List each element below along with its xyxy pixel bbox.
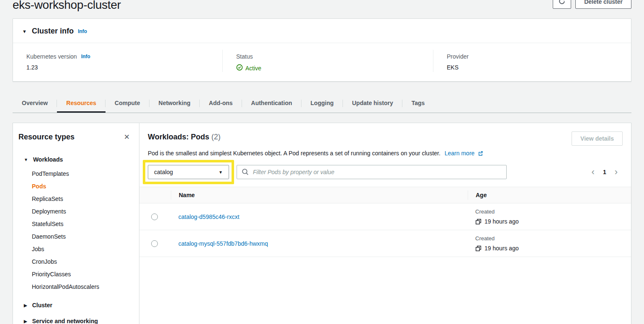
table-row: catalog-mysql-557fdb7bd6-hwxmq Created 1…	[139, 230, 631, 257]
age-created-label: Created	[475, 208, 631, 215]
chevron-down-icon: ▼	[219, 170, 223, 175]
sidebar-group-cluster[interactable]: ▶ Cluster	[13, 299, 139, 311]
page-title: eks-workshop-cluster	[13, 0, 631, 12]
tab-authentication[interactable]: Authentication	[242, 94, 301, 113]
external-link-icon	[478, 151, 483, 157]
tab-logging[interactable]: Logging	[301, 94, 343, 113]
delete-cluster-button[interactable]: Delete cluster	[575, 0, 631, 9]
row-radio[interactable]	[151, 240, 158, 247]
age-value: 19 hours ago	[484, 218, 519, 225]
tab-add-ons[interactable]: Add-ons	[200, 94, 242, 113]
tab-tags[interactable]: Tags	[402, 94, 434, 113]
page-header: eks-workshop-cluster Delete cluster	[0, 0, 644, 18]
caret-right-icon: ▶	[24, 303, 27, 308]
resource-types-tree: ▼ Workloads PodTemplates Pods ReplicaSet…	[13, 153, 139, 324]
copy-icon[interactable]	[475, 219, 482, 225]
column-header-age[interactable]: Age	[468, 190, 631, 200]
annotation-highlight-box: catalog ▼	[143, 160, 234, 184]
pagination: ‹ 1 ›	[592, 168, 623, 176]
sidebar-item-daemonsets[interactable]: DaemonSets	[13, 230, 139, 243]
status-label: Status	[236, 53, 433, 60]
resource-types-sidebar: Resource types ✕ ▼ Workloads PodTemplate…	[13, 123, 139, 324]
pods-table: Name Age catalog-d5985c46-rxcxt Created …	[139, 187, 631, 257]
pod-filter-dropdown-value: catalog	[154, 169, 173, 175]
tab-resources[interactable]: Resources	[57, 94, 106, 113]
sidebar-item-replicasets[interactable]: ReplicaSets	[13, 193, 139, 205]
sidebar-item-priorityclasses[interactable]: PriorityClasses	[13, 268, 139, 280]
cluster-tabs: Overview Resources Compute Networking Ad…	[13, 94, 631, 113]
pod-filter-dropdown[interactable]: catalog ▼	[148, 165, 229, 179]
search-icon	[242, 168, 249, 177]
provider-value: EKS	[447, 64, 631, 71]
kubernetes-version-field: Kubernetes version Info 1.23	[13, 50, 222, 72]
kubernetes-version-info-link[interactable]: Info	[81, 54, 90, 59]
refresh-button[interactable]	[553, 0, 571, 9]
learn-more-link[interactable]: Learn more	[445, 150, 483, 157]
caret-right-icon: ▶	[24, 319, 27, 324]
column-header-name[interactable]: Name	[171, 190, 468, 200]
resources-content-card: Resource types ✕ ▼ Workloads PodTemplate…	[13, 123, 631, 324]
pod-name-link[interactable]: catalog-mysql-557fdb7bd6-hwxmq	[178, 240, 268, 247]
age-value: 19 hours ago	[484, 245, 519, 252]
cluster-info-title: Cluster info	[32, 27, 74, 36]
caret-down-icon: ▼	[22, 29, 27, 34]
pods-panel: Workloads: Pods (2) View details Pod is …	[139, 123, 631, 324]
sidebar-item-cronjobs[interactable]: CronJobs	[13, 255, 139, 268]
pods-count: (2)	[211, 133, 221, 141]
cluster-info-header[interactable]: ▼ Cluster info Info	[13, 19, 631, 43]
tab-overview[interactable]: Overview	[13, 94, 57, 113]
provider-field: Provider EKS	[433, 50, 631, 72]
sidebar-item-deployments[interactable]: Deployments	[13, 205, 139, 218]
sidebar-group-workloads[interactable]: ▼ Workloads	[13, 153, 139, 166]
tab-compute[interactable]: Compute	[106, 94, 149, 113]
sidebar-item-horizontalpodautoscalers[interactable]: HorizontalPodAutoscalers	[13, 280, 139, 293]
next-page-icon[interactable]: ›	[615, 168, 618, 176]
sidebar-item-jobs[interactable]: Jobs	[13, 243, 139, 255]
resource-types-title: Resource types	[18, 133, 75, 141]
age-created-label: Created	[475, 235, 631, 242]
cluster-info-card: ▼ Cluster info Info Kubernetes version I…	[13, 18, 631, 82]
refresh-icon	[558, 0, 566, 6]
current-page-number[interactable]: 1	[603, 169, 606, 175]
previous-page-icon[interactable]: ‹	[592, 168, 595, 176]
pods-table-header: Name Age	[139, 187, 631, 203]
status-check-icon	[236, 64, 243, 72]
pods-description: Pod is the smallest and simplest Kuberne…	[148, 150, 623, 157]
pods-panel-title: Workloads: Pods (2)	[148, 131, 221, 141]
caret-down-icon: ▼	[24, 157, 28, 162]
tab-update-history[interactable]: Update history	[343, 94, 402, 113]
status-field: Status Active	[222, 50, 433, 72]
pods-filter-input[interactable]	[237, 165, 507, 179]
kubernetes-version-label: Kubernetes version Info	[26, 53, 222, 60]
cluster-info-info-link[interactable]: Info	[78, 28, 87, 34]
copy-icon[interactable]	[475, 245, 482, 252]
sidebar-item-pods[interactable]: Pods	[13, 180, 139, 193]
close-icon[interactable]: ✕	[121, 132, 132, 142]
status-value: Active	[236, 64, 433, 72]
view-details-button[interactable]: View details	[572, 131, 623, 146]
provider-label: Provider	[447, 53, 631, 60]
table-row: catalog-d5985c46-rxcxt Created 19 hours …	[139, 203, 631, 230]
row-radio[interactable]	[151, 213, 158, 220]
header-actions: Delete cluster	[553, 0, 631, 9]
kubernetes-version-value: 1.23	[26, 64, 222, 71]
sidebar-group-service-and-networking[interactable]: ▶ Service and networking	[13, 315, 139, 324]
pod-name-link[interactable]: catalog-d5985c46-rxcxt	[178, 213, 240, 220]
tab-networking[interactable]: Networking	[149, 94, 200, 113]
sidebar-item-podtemplates[interactable]: PodTemplates	[13, 167, 139, 180]
sidebar-item-statefulsets[interactable]: StatefulSets	[13, 218, 139, 230]
cluster-info-body: Kubernetes version Info 1.23 Status Acti…	[13, 43, 631, 81]
